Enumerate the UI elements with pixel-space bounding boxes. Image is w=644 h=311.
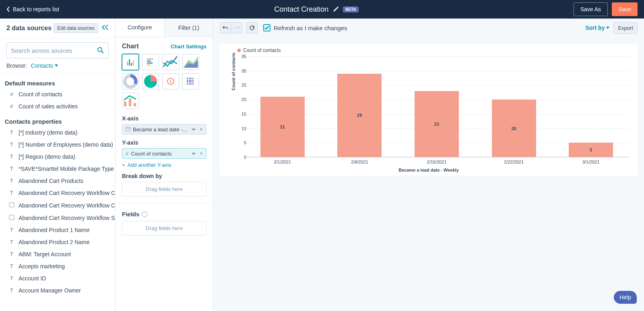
property-item[interactable]: T*SAVE*Smarttel Mobile Package Type bbox=[0, 163, 115, 175]
hash-icon: # bbox=[9, 103, 14, 110]
property-item[interactable]: TABM: Target Account bbox=[0, 248, 115, 260]
back-label: Back to reports list bbox=[13, 6, 59, 12]
chart-type-bar[interactable] bbox=[122, 54, 139, 70]
property-item[interactable]: TAbandoned Product 1 Name bbox=[0, 224, 115, 236]
bar-value-label: 20 bbox=[511, 126, 516, 131]
tab-configure[interactable]: Configure bbox=[116, 19, 165, 37]
chart-bar[interactable]: 20 bbox=[492, 100, 536, 157]
bar-value-label: 23 bbox=[434, 122, 439, 126]
caret-down-icon bbox=[55, 64, 58, 67]
sort-by-dropdown[interactable]: Sort by bbox=[585, 25, 609, 31]
svg-rect-8 bbox=[126, 127, 130, 131]
property-item[interactable]: TAbandoned Product 2 Name bbox=[0, 236, 115, 248]
chevron-down-icon bbox=[192, 127, 196, 131]
pencil-icon[interactable] bbox=[332, 6, 339, 12]
chart-type-combo[interactable] bbox=[122, 93, 139, 109]
calendar-type-icon bbox=[9, 214, 14, 221]
collapse-sidebar-icon[interactable] bbox=[101, 25, 109, 32]
property-item[interactable]: TAccepts marketing bbox=[0, 260, 115, 272]
add-y-axis-link[interactable]: + Add another Y-axis bbox=[122, 162, 206, 168]
chart-heading: Chart bbox=[122, 43, 139, 50]
text-type-icon: T bbox=[9, 251, 14, 257]
svg-rect-5 bbox=[124, 102, 126, 106]
chart-type-pie[interactable] bbox=[142, 73, 159, 89]
calendar-type-icon bbox=[9, 202, 14, 209]
back-link[interactable]: Back to reports list bbox=[6, 6, 59, 12]
chevron-left-icon bbox=[6, 6, 10, 12]
refresh-button[interactable] bbox=[246, 22, 258, 33]
text-type-icon: T bbox=[9, 190, 14, 196]
report-title: Contact Creation bbox=[274, 5, 328, 14]
legend-swatch bbox=[237, 49, 241, 52]
header-actions: Save As Save bbox=[574, 2, 638, 16]
chart-type-kpi[interactable]: 1 bbox=[162, 73, 179, 89]
chart-bar[interactable]: 21 bbox=[260, 97, 305, 157]
svg-point-9 bbox=[142, 211, 147, 217]
chart-legend: Count of contacts bbox=[237, 48, 630, 53]
configure-panel: Configure Filter (1) Chart Chart Setting… bbox=[116, 19, 213, 311]
breakdown-drop-zone[interactable]: Drag fields here bbox=[122, 182, 206, 197]
property-item[interactable]: T[*] Number of Employees (demo data) bbox=[0, 139, 115, 151]
export-button[interactable]: Export bbox=[613, 22, 638, 34]
chart-bar[interactable]: 23 bbox=[415, 91, 459, 157]
fields-drop-zone[interactable]: Drag fields here bbox=[122, 221, 206, 236]
x-axis-label: X-axis bbox=[122, 115, 206, 122]
y-axis-field[interactable]: # Count of contacts × bbox=[122, 148, 206, 159]
search-input[interactable] bbox=[6, 42, 109, 58]
browse-dropdown[interactable]: Contacts bbox=[31, 62, 58, 69]
measures-list: #Count of contacts #Count of sales activ… bbox=[0, 88, 115, 112]
chart-type-area[interactable] bbox=[182, 54, 199, 70]
property-item[interactable]: TAbandoned Cart Products bbox=[0, 175, 115, 187]
property-item[interactable]: Abandoned Cart Recovery Workflow Con... bbox=[0, 199, 115, 211]
bar-value-label: 29 bbox=[357, 113, 362, 118]
y-axis-title: Count of contacts bbox=[231, 53, 236, 91]
chart-bar[interactable]: 5 bbox=[569, 143, 613, 157]
redo-button[interactable] bbox=[231, 22, 242, 33]
measures-heading: Default measures bbox=[0, 74, 115, 88]
property-item[interactable]: T[*] Industry (demo data) bbox=[0, 126, 115, 139]
svg-rect-7 bbox=[134, 103, 136, 106]
chart-type-horizontal-bar[interactable] bbox=[142, 54, 159, 70]
svg-rect-2 bbox=[9, 215, 14, 220]
property-item[interactable]: TAbandoned Cart Recovery Workflow Con... bbox=[0, 187, 115, 199]
edit-sources-button[interactable]: Edit data sources bbox=[54, 23, 98, 33]
browse-label: Browse: bbox=[6, 62, 27, 69]
tab-filter[interactable]: Filter (1) bbox=[165, 19, 213, 37]
measure-item[interactable]: #Count of sales activities bbox=[0, 100, 115, 112]
plus-icon: + bbox=[122, 162, 125, 168]
svg-rect-1 bbox=[9, 203, 14, 207]
header-center: Contact Creation BETA bbox=[59, 5, 574, 14]
remove-field-icon[interactable]: × bbox=[200, 150, 203, 157]
sources-sidebar: 2 data sources Edit data sources Browse:… bbox=[0, 19, 116, 311]
save-button[interactable]: Save bbox=[612, 2, 638, 16]
property-item[interactable]: Abandoned Cart Recovery Workflow Start..… bbox=[0, 211, 115, 224]
text-type-icon: T bbox=[9, 154, 14, 160]
property-item[interactable]: T[*] Region (demo data) bbox=[0, 151, 115, 163]
property-item[interactable]: TAccount Manager Owner bbox=[0, 284, 115, 296]
text-type-icon: T bbox=[9, 263, 14, 269]
auto-refresh-checkbox[interactable] bbox=[263, 24, 270, 31]
measure-item[interactable]: #Count of contacts bbox=[0, 88, 115, 100]
save-as-button[interactable]: Save As bbox=[574, 2, 608, 16]
chart-type-line[interactable] bbox=[162, 54, 179, 70]
properties-list: T[*] Industry (demo data) T[*] Number of… bbox=[0, 126, 115, 296]
chart-bar[interactable]: 29 bbox=[337, 74, 382, 157]
undo-button[interactable] bbox=[220, 22, 231, 33]
remove-field-icon[interactable]: × bbox=[200, 126, 203, 133]
text-type-icon: T bbox=[9, 142, 14, 147]
info-icon[interactable] bbox=[142, 211, 147, 217]
property-item[interactable]: TAccount ID bbox=[0, 272, 115, 284]
chart-settings-link[interactable]: Chart Settings bbox=[171, 44, 206, 50]
top-header: Back to reports list Contact Creation BE… bbox=[0, 0, 644, 19]
chart-type-donut[interactable] bbox=[122, 73, 139, 89]
chart-type-table[interactable] bbox=[182, 73, 199, 89]
x-tick-label: 2/8/2021 bbox=[321, 160, 398, 164]
breakdown-label: Break down by bbox=[122, 173, 206, 179]
chart-toolbar: Refresh as I make changes Sort by Export bbox=[213, 19, 644, 37]
search-field[interactable] bbox=[11, 47, 97, 54]
caret-down-icon bbox=[606, 27, 609, 29]
help-button[interactable]: Help bbox=[614, 291, 637, 304]
search-icon bbox=[97, 47, 104, 54]
x-axis-field[interactable]: Became a lead date - Weekly × bbox=[122, 124, 206, 135]
x-tick-label: 2/22/2021 bbox=[475, 160, 553, 164]
